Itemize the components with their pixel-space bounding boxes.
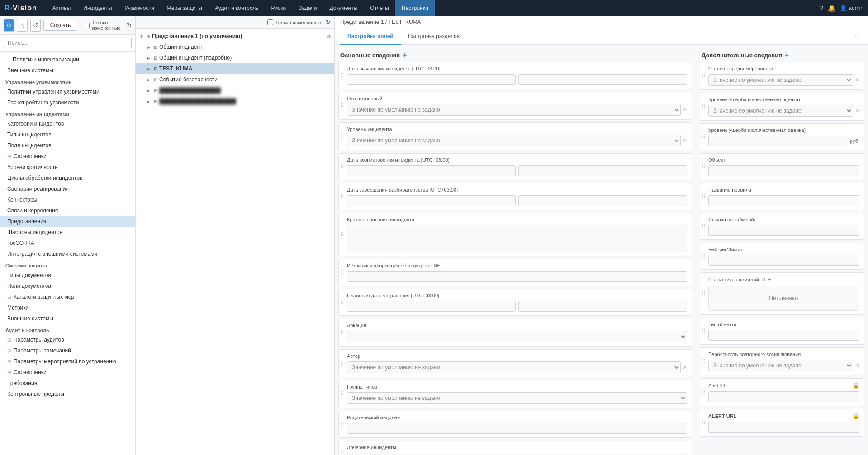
main-section-add-btn[interactable]: + — [403, 51, 407, 59]
tree-item-security-event[interactable]: ▶ ⊞ Событие безопасности — [136, 74, 334, 85]
drag-handle-r3[interactable]: ⠿ — [702, 134, 706, 140]
drag-handle-r1[interactable]: ⠿ — [702, 73, 706, 79]
alert-url-input[interactable] — [708, 422, 859, 433]
tree-refresh-icon[interactable]: ↻ — [326, 19, 331, 26]
settings-toolbar-btn[interactable]: ⚙ — [4, 19, 14, 32]
sidebar-item-gossopka[interactable]: ГосСОПКА — [0, 238, 135, 249]
sidebar-item-note-params[interactable]: ⊞ Параметры замечаний — [0, 345, 135, 356]
drag-handle-r5[interactable]: ⠿ — [702, 193, 706, 200]
drag-handle-r2[interactable]: ⠿ — [702, 103, 706, 110]
nav-vulnerabilities[interactable]: Уязвимости — [119, 0, 161, 16]
drag-handle-9[interactable]: ⠿ — [340, 329, 344, 336]
copy-icon[interactable]: ⧉ — [327, 33, 331, 39]
incident-level-select[interactable]: Значение по умолчанию не задано — [347, 135, 681, 146]
author-select[interactable]: Значение по умолчанию не задано — [347, 361, 681, 373]
detection-date-input-1[interactable] — [347, 74, 516, 85]
nav-tasks[interactable]: Задачи — [292, 0, 323, 16]
tree-item-blurred-1[interactable]: ▶ ⊞ ████████████████ — [136, 85, 334, 96]
star-toolbar-btn[interactable]: ☆ — [17, 19, 27, 32]
object-type-input[interactable] — [708, 330, 859, 341]
sidebar-item-processing-cycles[interactable]: Циклы обработки инцидентов — [0, 173, 135, 183]
drag-handle-r4[interactable]: ⠿ — [702, 164, 706, 170]
occurrence-date-input-2[interactable] — [518, 165, 687, 176]
sidebar-item-doc-types[interactable]: Типы документов — [0, 270, 135, 281]
rule-name-input[interactable] — [708, 195, 859, 206]
only-changed-checkbox[interactable] — [84, 23, 90, 28]
premeditation-select[interactable]: Значение по умолчанию не задано — [708, 74, 853, 86]
sidebar-item-views[interactable]: Представления — [0, 216, 135, 227]
drag-handle-r11[interactable]: ⠿ — [702, 389, 706, 395]
sidebar-item-protection-catalogs[interactable]: ⊞ Каталоги защитных мер — [0, 291, 135, 302]
drag-handle-2[interactable]: ⠿ — [340, 103, 344, 109]
sidebar-item-vuln-rating[interactable]: Расчет рейтинга уязвимости — [0, 97, 135, 108]
sidebar-item-incident-fields[interactable]: Поля инцидентов — [0, 140, 135, 151]
recurrence-probability-clear-btn[interactable]: ✕ — [855, 362, 859, 369]
drag-handle-r9[interactable]: ⠿ — [702, 328, 706, 334]
damage-quantity-input[interactable] — [708, 136, 848, 146]
planned-fix-date-input-1[interactable] — [347, 301, 516, 312]
object-input[interactable] — [708, 165, 859, 176]
tree-only-changed-checkbox[interactable] — [267, 19, 273, 25]
damage-quality-clear-btn[interactable]: ✕ — [855, 108, 859, 114]
drag-handle-10[interactable]: ⠿ — [340, 360, 344, 366]
location-select[interactable] — [347, 331, 687, 342]
sidebar-item-references-1[interactable]: ⊞ Справочники — [0, 151, 135, 162]
sidebar-item-criticality-levels[interactable]: Уровни критичности — [0, 162, 135, 173]
incident-level-clear-btn[interactable]: ✕ — [683, 137, 687, 144]
drag-handle-7[interactable]: ⠿ — [340, 269, 344, 276]
drag-handle-6[interactable]: ⠿ — [340, 231, 344, 238]
sidebar-item-doc-fields[interactable]: Поля документов — [0, 281, 135, 291]
anomaly-add-icon[interactable]: + — [768, 277, 772, 283]
sidebar-item-external-systems-2[interactable]: Внешние системы — [0, 313, 135, 324]
create-button[interactable]: Создать — [43, 20, 78, 31]
tab-sections[interactable]: Настройка разделов — [401, 28, 467, 45]
sidebar-item-incident-types[interactable]: Типы инцидентов — [0, 129, 135, 140]
type-group-select[interactable]: Значение по умолчанию не задано — [347, 392, 687, 404]
sidebar-item-connectors[interactable]: Коннекторы — [0, 194, 135, 205]
planned-fix-date-input-2[interactable] — [518, 301, 687, 312]
premeditation-clear-btn[interactable]: ✕ — [855, 77, 859, 83]
nav-assets[interactable]: Активы — [46, 0, 77, 16]
drag-handle-13[interactable]: ⠿ — [340, 451, 344, 455]
tree-item-view1[interactable]: ▼ ⊞ Представление 1 (по умолчанию) ⧉ — [136, 31, 334, 42]
anomaly-settings-icon[interactable]: ⧉ — [762, 277, 766, 283]
drag-handle-4[interactable]: ⠿ — [340, 164, 344, 170]
sidebar-item-external-integration[interactable]: Интеграция с внешними системами — [0, 249, 135, 259]
nav-documents[interactable]: Документы — [323, 0, 364, 16]
parent-incident-input[interactable] — [347, 423, 687, 434]
tree-item-general-incident[interactable]: ▶ ⊞ Общий инцидент — [136, 42, 334, 52]
sidebar-item-inventory-policies[interactable]: Политики инвентаризации — [0, 54, 135, 65]
nav-protection[interactable]: Меры защиты — [161, 0, 209, 16]
sidebar-item-requirements[interactable]: Требования — [0, 378, 135, 389]
investigation-end-date-input-2[interactable] — [518, 195, 687, 206]
drag-handle-r7[interactable]: ⠿ — [702, 253, 706, 259]
responsible-clear-btn[interactable]: ✕ — [683, 107, 687, 113]
author-clear-btn[interactable]: ✕ — [683, 364, 687, 371]
history-toolbar-btn[interactable]: ↺ — [30, 19, 41, 32]
nav-audit[interactable]: Аудит и контроль — [209, 0, 265, 16]
drag-handle-r12[interactable]: ⠿ — [702, 420, 706, 426]
tree-item-general-incident-detail[interactable]: ▶ ⊞ Общий инцидент (подробно) — [136, 52, 334, 63]
notifications-icon[interactable]: 🔔 — [828, 5, 835, 12]
drag-handle-12[interactable]: ⠿ — [340, 421, 344, 427]
drag-handle-8[interactable]: ⠿ — [340, 299, 344, 305]
sidebar-item-incident-templates[interactable]: Шаблоны инцидентов — [0, 227, 135, 238]
damage-quality-select[interactable]: Значение по умолчанию не задано — [708, 105, 853, 117]
nav-settings[interactable]: Настройки — [395, 0, 435, 16]
help-icon[interactable]: ? — [820, 5, 824, 12]
rating-limit-input[interactable] — [708, 255, 859, 266]
sidebar-item-external-systems-1[interactable]: Внешние системы — [0, 65, 135, 76]
user-menu[interactable]: 👤 admin — [840, 5, 863, 11]
responsible-select[interactable]: Значение по умолчанию не задано — [347, 104, 681, 116]
drag-handle-3[interactable]: ⠿ — [340, 133, 344, 140]
drag-handle-r8[interactable]: ⠿ — [702, 291, 706, 297]
sidebar-item-audit-params[interactable]: ⊞ Параметры аудитов — [0, 334, 135, 345]
sidebar-item-vuln-policies[interactable]: Политики управления уязвимостями — [0, 86, 135, 97]
child-incidents-input[interactable] — [347, 453, 687, 455]
tree-item-blurred-2[interactable]: ▶ ⊞ ████████████████████ — [136, 96, 334, 107]
alert-id-input[interactable] — [708, 391, 859, 402]
sidebar-item-response-scenarios[interactable]: Сценарии реагирования — [0, 183, 135, 194]
tab-more-icon[interactable]: ··· — [849, 29, 863, 44]
sidebar-item-relations[interactable]: Связи и корреляция — [0, 205, 135, 216]
nav-incidents[interactable]: Инциденты — [77, 0, 118, 16]
